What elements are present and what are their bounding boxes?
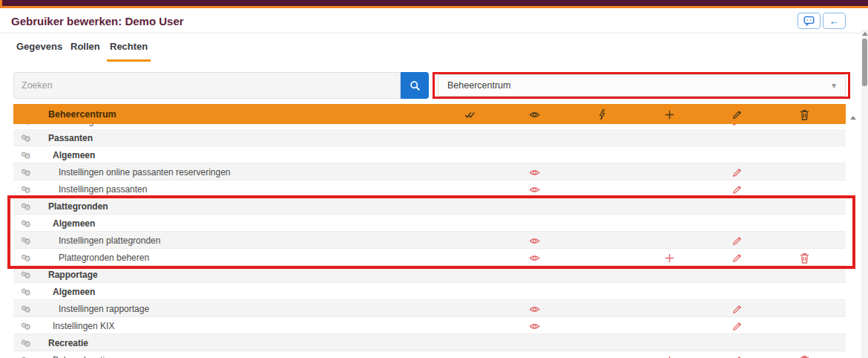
table-row: ⚙⚙ Beheer locaties [13, 351, 846, 358]
table-row: ⚙⚙ Instellingen online passanten reserve… [13, 163, 846, 180]
pencil-icon[interactable] [731, 183, 743, 195]
table-row: ⚙⚙ Algemeen [13, 215, 846, 232]
gears-icon: ⚙⚙ [21, 149, 28, 162]
row-label: Instellingen rapportage [59, 304, 149, 314]
pencil-icon[interactable] [731, 235, 743, 247]
table-row-partial: ⚙⚙ Instellingen online betalen [13, 124, 846, 129]
table-row: ⚙⚙ Instellingen passanten [13, 180, 846, 198]
pencil-icon[interactable] [731, 320, 743, 332]
chevron-down-icon: ▾ [832, 80, 836, 91]
row-label: Instellingen KIX [53, 321, 114, 331]
magnifier-icon [410, 80, 421, 91]
table-row: ⚙⚙ Instellingen plattegronden [13, 232, 846, 249]
gears-icon: ⚙⚙ [21, 285, 28, 299]
speech-bubble-icon [803, 16, 815, 26]
table-row: ⚙⚙ Instellingen rapportage [13, 300, 846, 317]
row-label: Instellingen online betalen [59, 124, 162, 126]
feedback-button[interactable] [798, 13, 821, 29]
gears-icon: ⚙⚙ [21, 354, 28, 358]
gears-icon: ⚙⚙ [21, 336, 28, 350]
search-button[interactable] [401, 72, 429, 99]
back-button[interactable]: ← [823, 13, 846, 29]
row-label: Algemeen [53, 150, 95, 160]
row-label: Algemeen [53, 218, 95, 229]
table-row: ⚙⚙ Rapportage [13, 266, 846, 283]
table-row: ⚙⚙ Recreatie [13, 334, 846, 351]
title-bar: Gebruiker bewerken: Demo User ← [0, 8, 868, 33]
gears-icon: ⚙⚙ [21, 319, 28, 333]
gears-icon: ⚙⚙ [21, 268, 28, 281]
pencil-icon[interactable] [731, 354, 743, 358]
table-row: ⚙⚙ Instellingen KIX [13, 317, 846, 334]
eye-icon[interactable] [528, 124, 540, 127]
gears-icon: ⚙⚙ [21, 302, 28, 316]
plus-icon[interactable] [663, 354, 675, 358]
row-label: Recreatie [48, 338, 88, 348]
gears-icon: ⚙⚙ [21, 131, 28, 145]
row-label: Algemeen [53, 287, 95, 297]
gears-icon: ⚙⚙ [21, 124, 28, 128]
eye-icon[interactable] [528, 235, 540, 247]
module-dropdown[interactable]: Beheercentrum ▾ [438, 74, 846, 97]
plus-icon[interactable] [663, 108, 675, 120]
row-label: Rapportage [48, 270, 98, 280]
pencil-icon[interactable] [731, 124, 743, 127]
row-label: Instellingen plattegronden [59, 235, 160, 246]
page-scrollbar-up-arrow[interactable] [862, 32, 868, 36]
tab-rechten[interactable]: Rechten [107, 41, 151, 62]
search-input[interactable] [13, 72, 401, 99]
lightning-icon[interactable] [596, 108, 608, 120]
gears-icon: ⚙⚙ [21, 183, 28, 196]
table-row: ⚙⚙ Plattegronden beheren [13, 249, 846, 266]
trash-icon[interactable] [798, 354, 810, 358]
row-label: Passanten [48, 133, 93, 143]
row-label: Instellingen online passanten reserverin… [59, 167, 231, 178]
trash-icon[interactable] [798, 252, 810, 264]
eye-icon[interactable] [528, 303, 540, 315]
table-row: ⚙⚙ Instellingen online betalen [13, 124, 846, 129]
double-check-icon[interactable] [464, 108, 476, 120]
tab-bar: Gegevens Rollen Rechten [0, 33, 868, 60]
user-edit-window: Gebruiker bewerken: Demo User ← Gegevens… [0, 0, 868, 358]
eye-icon[interactable] [528, 252, 540, 264]
page-title: Gebruiker bewerken: Demo User [11, 15, 184, 27]
table-header-row: Beheercentrum [13, 104, 846, 124]
row-label: Beheer locaties [53, 355, 114, 358]
row-label: Plattegronden beheren [59, 253, 149, 263]
top-maroon-bar [0, 0, 868, 6]
search-bar [13, 72, 429, 99]
eye-icon[interactable] [528, 320, 540, 332]
row-label: Plattegronden [48, 201, 108, 212]
gears-icon: ⚙⚙ [21, 251, 28, 264]
permissions-table: Beheercentrum ⚙⚙ Instellingen online bet… [13, 104, 846, 358]
arrow-left-icon: ← [829, 16, 840, 26]
pencil-icon[interactable] [731, 108, 743, 120]
table-scrollbar-up-arrow[interactable] [850, 116, 856, 120]
gears-icon: ⚙⚙ [21, 166, 28, 179]
gears-icon: ⚙⚙ [21, 200, 28, 213]
eye-icon[interactable] [528, 108, 540, 120]
tab-rollen[interactable]: Rollen [68, 41, 103, 59]
pencil-icon[interactable] [731, 166, 743, 178]
pencil-icon[interactable] [731, 303, 743, 315]
module-dropdown-value: Beheercentrum [447, 80, 510, 91]
eye-icon[interactable] [528, 354, 540, 358]
eye-icon[interactable] [528, 166, 540, 178]
eye-icon[interactable] [528, 183, 540, 195]
gears-icon: ⚙⚙ [21, 234, 28, 247]
gears-icon: ⚙⚙ [21, 217, 28, 230]
row-label: Instellingen passanten [59, 184, 147, 195]
trash-icon[interactable] [798, 108, 810, 120]
table-row: ⚙⚙ Plattegronden [13, 198, 846, 215]
tab-gegevens[interactable]: Gegevens [13, 41, 65, 59]
plus-icon[interactable] [663, 252, 675, 264]
page-scrollbar-thumb[interactable] [862, 39, 867, 86]
table-row: ⚙⚙ Passanten [13, 129, 846, 146]
table-header-label: Beheercentrum [48, 109, 116, 120]
pencil-icon[interactable] [731, 252, 743, 264]
table-row: ⚙⚙ Algemeen [13, 283, 846, 300]
table-row: ⚙⚙ Algemeen [13, 146, 846, 163]
